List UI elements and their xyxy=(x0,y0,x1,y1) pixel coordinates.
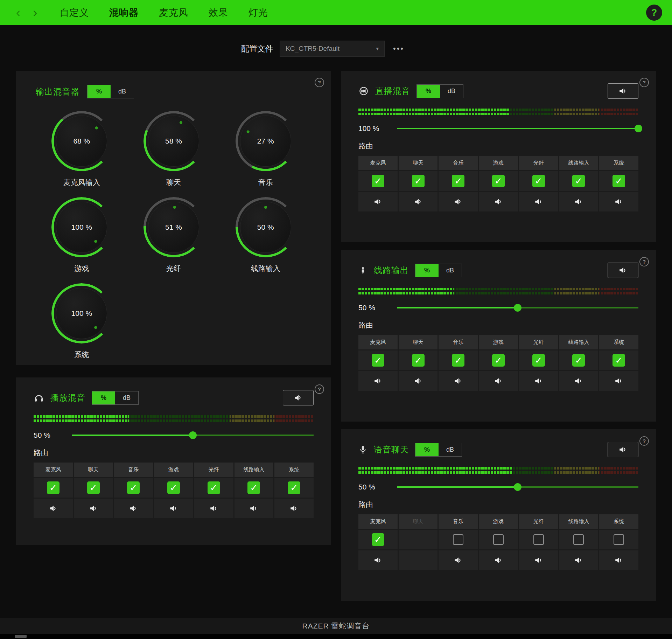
slider-thumb[interactable] xyxy=(189,431,197,439)
tab-customize[interactable]: 自定义 xyxy=(59,6,89,19)
route-speaker-button[interactable] xyxy=(249,504,258,513)
route-speaker-button[interactable] xyxy=(454,376,463,386)
route-checkbox[interactable] xyxy=(453,534,463,545)
volume-slider[interactable] xyxy=(397,483,638,491)
route-speaker-button[interactable] xyxy=(494,197,503,206)
route-speaker-button[interactable] xyxy=(534,197,543,206)
route-checkbox[interactable] xyxy=(614,534,624,545)
route-speaker-button[interactable] xyxy=(414,376,423,386)
route-speaker-button[interactable] xyxy=(373,197,383,206)
tab-effects[interactable]: 效果 xyxy=(209,6,228,19)
slider-fill xyxy=(397,486,518,488)
back-chevron-icon[interactable]: ‹ xyxy=(10,6,27,19)
route-speaker-button[interactable] xyxy=(614,556,623,565)
db-toggle-button[interactable]: dB xyxy=(440,85,463,98)
panel-help-icon[interactable]: ? xyxy=(315,384,324,394)
more-options-button[interactable]: ••• xyxy=(391,44,406,53)
master-mute-button[interactable] xyxy=(283,390,314,405)
mixer-knob[interactable]: 51 % 光纤 xyxy=(144,197,204,273)
mixer-knob[interactable]: 50 % 线路输入 xyxy=(236,197,296,273)
slider-thumb[interactable] xyxy=(635,125,642,132)
volume-slider[interactable] xyxy=(72,431,314,439)
route-speaker-button[interactable] xyxy=(534,556,543,565)
slider-thumb[interactable] xyxy=(514,483,522,491)
panel-help-icon[interactable]: ? xyxy=(639,78,649,87)
route-speaker-button[interactable] xyxy=(454,197,463,206)
route-checkbox[interactable]: ✓ xyxy=(532,175,545,187)
tab-mixer[interactable]: 混响器 xyxy=(109,6,139,19)
route-speaker-button[interactable] xyxy=(574,197,583,206)
help-button[interactable]: ? xyxy=(646,5,662,21)
route-speaker-button[interactable] xyxy=(574,556,583,565)
tab-lighting[interactable]: 灯光 xyxy=(248,6,268,19)
route-checkbox[interactable]: ✓ xyxy=(532,354,545,367)
route-checkbox[interactable]: ✓ xyxy=(492,354,505,367)
panel-help-icon[interactable]: ? xyxy=(639,257,649,266)
route-checkbox[interactable]: ✓ xyxy=(127,481,140,494)
db-toggle-button[interactable]: dB xyxy=(111,85,134,98)
route-speaker-button[interactable] xyxy=(289,504,299,513)
master-mute-button[interactable] xyxy=(608,263,638,278)
route-speaker-button[interactable] xyxy=(574,376,583,386)
db-toggle-button[interactable]: dB xyxy=(439,264,462,277)
mixer-knob[interactable]: 100 % 游戏 xyxy=(51,197,112,273)
tab-microphone[interactable]: 麦克风 xyxy=(159,6,188,19)
route-checkbox[interactable] xyxy=(573,534,584,545)
route-checkbox[interactable] xyxy=(493,534,504,545)
mixer-knob[interactable]: 68 % 麦克风输入 xyxy=(51,111,112,187)
percent-toggle-button[interactable]: % xyxy=(88,85,111,98)
route-checkbox[interactable]: ✓ xyxy=(372,354,384,367)
route-checkbox[interactable]: ✓ xyxy=(208,481,220,494)
forward-chevron-icon[interactable]: › xyxy=(27,6,43,19)
route-checkbox[interactable]: ✓ xyxy=(87,481,100,494)
route-speaker-button[interactable] xyxy=(534,376,543,386)
master-mute-button[interactable] xyxy=(608,83,638,99)
route-speaker-button[interactable] xyxy=(373,556,383,565)
route-checkbox[interactable]: ✓ xyxy=(572,354,585,367)
volume-slider[interactable] xyxy=(397,124,638,133)
route-checkbox[interactable]: ✓ xyxy=(412,175,425,187)
db-toggle-button[interactable]: dB xyxy=(439,443,462,456)
db-toggle-button[interactable]: dB xyxy=(115,391,138,404)
route-speaker-button[interactable] xyxy=(414,197,423,206)
slider-thumb[interactable] xyxy=(514,304,522,312)
route-checkbox[interactable]: ✓ xyxy=(612,175,625,187)
route-checkbox[interactable]: ✓ xyxy=(47,481,59,494)
headphones-icon xyxy=(34,393,44,403)
percent-toggle-button[interactable]: % xyxy=(417,85,440,98)
route-speaker-button[interactable] xyxy=(454,556,463,565)
route-checkbox[interactable]: ✓ xyxy=(288,481,300,494)
volume-slider[interactable] xyxy=(397,304,638,312)
mixer-knob[interactable]: 100 % 系统 xyxy=(51,283,112,360)
mixer-knob[interactable]: 27 % 音乐 xyxy=(236,111,296,187)
percent-toggle-button[interactable]: % xyxy=(92,391,115,404)
route-speaker-button[interactable] xyxy=(129,504,138,513)
panel-help-icon[interactable]: ? xyxy=(639,436,649,446)
panel-help-icon[interactable]: ? xyxy=(315,78,324,87)
route-checkbox[interactable]: ✓ xyxy=(372,175,384,187)
mixer-knob[interactable]: 58 % 聊天 xyxy=(144,111,204,187)
route-speaker-button[interactable] xyxy=(614,197,623,206)
route-checkbox[interactable]: ✓ xyxy=(167,481,180,494)
route-speaker-button[interactable] xyxy=(494,376,503,386)
route-speaker-button[interactable] xyxy=(209,504,218,513)
profile-select[interactable]: KC_GTR5-Default ▾ xyxy=(280,41,385,57)
percent-toggle-button[interactable]: % xyxy=(415,443,439,456)
route-checkbox[interactable]: ✓ xyxy=(452,175,464,187)
route-speaker-button[interactable] xyxy=(494,556,503,565)
route-speaker-button[interactable] xyxy=(49,504,58,513)
route-checkbox[interactable]: ✓ xyxy=(412,354,425,367)
route-checkbox[interactable]: ✓ xyxy=(247,481,260,494)
route-speaker-button[interactable] xyxy=(169,504,178,513)
route-speaker-button[interactable] xyxy=(89,504,98,513)
route-speaker-button[interactable] xyxy=(373,376,383,386)
route-checkbox[interactable]: ✓ xyxy=(612,354,625,367)
percent-toggle-button[interactable]: % xyxy=(415,264,439,277)
route-checkbox[interactable]: ✓ xyxy=(452,354,464,367)
route-checkbox[interactable] xyxy=(533,534,544,545)
route-checkbox[interactable]: ✓ xyxy=(572,175,585,187)
route-speaker-button[interactable] xyxy=(614,376,623,386)
route-checkbox[interactable]: ✓ xyxy=(372,533,384,546)
master-mute-button[interactable] xyxy=(608,442,638,457)
route-checkbox[interactable]: ✓ xyxy=(492,175,505,187)
